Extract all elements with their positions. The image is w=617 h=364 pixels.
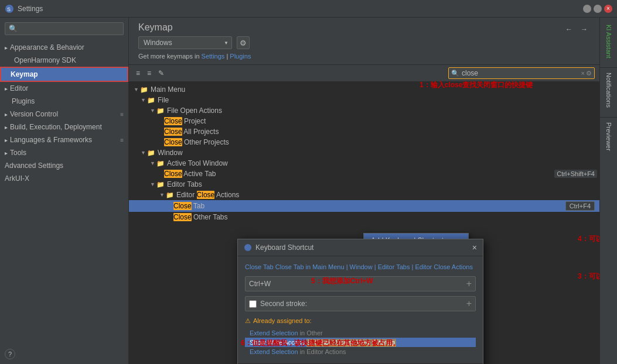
notifications-label: Notifications: [605, 73, 612, 108]
notifications-button[interactable]: Notifications: [605, 68, 612, 117]
sidebar-item-label: Languages & Frameworks: [10, 136, 92, 144]
sidebar-item-version-control[interactable]: ▸ Version Control ≡: [0, 108, 128, 121]
edit-button[interactable]: ✎: [156, 68, 166, 78]
search-box-container: 🔍 × ⚙: [448, 67, 595, 79]
close-button[interactable]: ×: [604, 5, 612, 13]
dialog-assigned-item-extend-selection[interactable]: Extend Selection in Other: [245, 328, 476, 338]
tree-arrow-icon: ▼: [150, 160, 155, 166]
sidebar-item-label: Keymap: [11, 70, 38, 78]
sidebar-item-keymap[interactable]: Keymap: [0, 67, 128, 82]
tree-item-label: Window: [158, 149, 183, 157]
tree-arrow-icon: ▼: [141, 97, 146, 103]
dialog-second-stroke-row: Second stroke: +: [245, 296, 476, 311]
svg-point-2: [244, 244, 251, 251]
annotation-1: 1：输入close查找关闭窗口的快捷键: [416, 79, 536, 91]
sidebar-item-advanced-settings[interactable]: Advanced Settings: [0, 159, 128, 172]
get-more-keymaps-text: Get more keymaps in: [138, 53, 202, 60]
keymap-gear-button[interactable]: ⚙: [237, 36, 250, 49]
tree-item-label: Editor Tabs: [167, 180, 202, 188]
sidebar-item-plugins[interactable]: Plugins: [0, 95, 128, 108]
second-stroke-checkbox[interactable]: [249, 300, 257, 308]
sidebar-item-arkui-x[interactable]: ArkUI-X: [0, 172, 128, 185]
expand-arrow-icon: ▸: [5, 44, 8, 51]
search-clear-icon[interactable]: ×: [581, 70, 585, 77]
expand-all-button[interactable]: ≡: [134, 68, 142, 78]
window-title: Settings: [18, 5, 583, 13]
tree-item-label: File Open Actions: [167, 107, 222, 115]
help-button[interactable]: ?: [5, 349, 15, 359]
sidebar-item-build-execution[interactable]: ▸ Build, Execution, Deployment: [0, 121, 128, 133]
tree-item-close-other-tabs[interactable]: Close Other Tabs: [129, 212, 599, 222]
keymap-links: Get more keymaps in Settings | Plugins: [138, 53, 590, 60]
expand-arrow-icon: ▸: [5, 150, 8, 156]
tree-item-window[interactable]: ▼ 📁 Window: [129, 147, 599, 158]
tree-item-label: Editor Close Actions: [176, 191, 239, 199]
dialog-close-button[interactable]: ×: [472, 243, 477, 252]
folder-icon: 📁: [156, 107, 165, 115]
tree-item-label: Close Other Tabs: [173, 213, 228, 221]
sidebar-item-editor[interactable]: ▸ Editor: [0, 82, 128, 95]
sidebar-item-label: ArkUI-X: [5, 174, 29, 183]
tree-item-label: File: [158, 96, 169, 104]
tree-item-close-all-projects[interactable]: Close All Projects: [129, 126, 599, 137]
tree-item-close-active-tab[interactable]: Close Active Tab Ctrl+Shift+F4: [129, 169, 599, 179]
dialog-title-icon: [244, 243, 252, 252]
dialog-warning-text: Already assigned to:: [253, 317, 312, 324]
search-input[interactable]: [462, 69, 579, 77]
expand-arrow-icon: ▸: [5, 124, 8, 131]
dialog-breadcrumb: Close Tab Close Tab in Main Menu | Windo…: [245, 263, 476, 270]
tree-item-editor-close-actions[interactable]: ▼ 📁 Editor Close Actions: [129, 190, 599, 200]
sidebar-item-openharmony-sdk[interactable]: OpenHarmony SDK: [0, 54, 128, 67]
dialog-stroke-add-icon[interactable]: +: [466, 298, 472, 309]
tree-item-label: Close Tab: [173, 202, 565, 210]
sidebar-item-appearance-behavior[interactable]: ▸ Appearance & Behavior: [0, 41, 128, 54]
sidebar-item-label: OpenHarmony SDK: [14, 56, 76, 64]
tree-item-label: Close All Projects: [164, 128, 219, 136]
sidebar-item-label: Appearance & Behavior: [10, 43, 84, 51]
tree-arrow-icon: ▼: [134, 87, 139, 92]
expand-arrow-icon: ▸: [5, 137, 8, 143]
tree-item-active-tool-window[interactable]: ▼ 📁 Active Tool Window: [129, 158, 599, 169]
ki-assistant-label: KI Assistant: [605, 25, 612, 58]
tree-item-file-open-actions[interactable]: ▼ 📁 File Open Actions: [129, 105, 599, 116]
main-layout: ▸ Appearance & Behavior OpenHarmony SDK …: [0, 0, 617, 364]
previewer-button[interactable]: Previewer: [605, 118, 612, 160]
dialog-add-icon[interactable]: +: [466, 279, 472, 289]
folder-icon: 📁: [147, 97, 155, 104]
folder-icon: 📁: [147, 149, 155, 157]
plugins-link[interactable]: Plugins: [230, 53, 251, 60]
dialog-title-text: Keyboard Shortcut: [255, 243, 472, 252]
dialog-warning: ⚠ Already assigned to:: [245, 317, 476, 325]
title-bar: S Settings ×: [0, 0, 617, 18]
settings-link[interactable]: Settings: [202, 53, 225, 60]
previewer-label: Previewer: [605, 122, 612, 151]
maximize-button[interactable]: [594, 5, 602, 13]
tree-item-shortcut-ctrlf4: Ctrl+F4: [565, 201, 595, 211]
search-options-icon[interactable]: ⚙: [586, 70, 592, 77]
tree-item-file[interactable]: ▼ 📁 File: [129, 95, 599, 105]
folder-icon: 📁: [156, 181, 165, 188]
tree-item-shortcut: Ctrl+Shift+F4: [554, 170, 597, 178]
tree-item-close-other-projects[interactable]: Close Other Projects: [129, 137, 599, 147]
collapse-all-button[interactable]: ≡: [145, 68, 154, 78]
minimize-button[interactable]: [583, 5, 591, 13]
folder-icon: 📁: [140, 86, 148, 94]
tree-item-editor-tabs[interactable]: ▼ 📁 Editor Tabs: [129, 179, 599, 190]
content-header: Keymap ← → Windows macOS Linux ⚙ Get mor…: [129, 18, 599, 65]
tree-item-label: Close Project: [164, 117, 206, 125]
tree-arrow-icon: ▼: [150, 181, 155, 187]
ki-assistant-button[interactable]: KI Assistant: [605, 20, 612, 67]
sidebar: ▸ Appearance & Behavior OpenHarmony SDK …: [0, 18, 129, 364]
sidebar-item-label: Plugins: [12, 97, 35, 105]
back-button[interactable]: ←: [563, 24, 575, 35]
sidebar-item-tools[interactable]: ▸ Tools: [0, 146, 128, 159]
dialog-breadcrumb-text: Close Tab in Main Menu | Window | Editor…: [275, 263, 473, 270]
tree-item-close-tab[interactable]: Close Tab Ctrl+F4: [129, 200, 599, 212]
keymap-select[interactable]: Windows macOS Linux: [138, 36, 232, 49]
sidebar-search-input[interactable]: [5, 22, 124, 35]
tree-item-close-project[interactable]: Close Project: [129, 116, 599, 126]
forward-button[interactable]: →: [578, 24, 590, 35]
tree-item-label: Main Menu: [151, 85, 185, 94]
sidebar-item-languages-frameworks[interactable]: ▸ Languages & Frameworks ≡: [0, 133, 128, 146]
tree-item-label: Close Other Projects: [164, 138, 229, 146]
